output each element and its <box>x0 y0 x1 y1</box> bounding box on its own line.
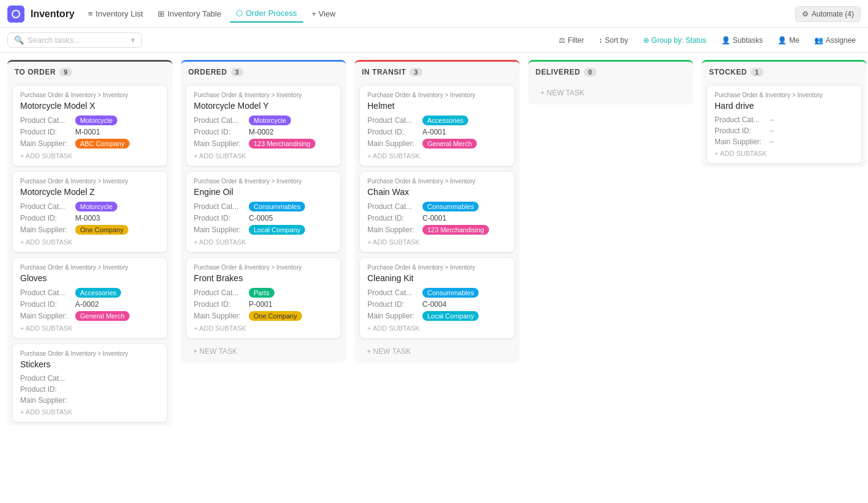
supplier-badge: Local Company <box>249 225 305 235</box>
app-logo <box>7 6 24 23</box>
column-body-stocked: Purchase Order & Inventory > Inventory H… <box>702 81 867 167</box>
automate-icon: ⚙ <box>802 10 809 18</box>
card-title: Front Brakes <box>194 273 333 283</box>
product-id-label: Product ID: <box>20 214 75 222</box>
search-box[interactable]: 🔍 Search tasks... ▾ <box>7 32 142 48</box>
task-card[interactable]: Purchase Order & Inventory > Inventory M… <box>12 85 167 166</box>
card-field-supplier: Main Supplier: Local Company <box>367 311 507 321</box>
tab-inventory-table[interactable]: ⊞ Inventory Table <box>152 6 227 22</box>
new-task-button[interactable]: + NEW TASK <box>359 343 515 359</box>
add-subtask-button[interactable]: + ADD SUBTASK <box>194 325 333 332</box>
product-id-label: Product ID: <box>367 128 422 136</box>
app-title: Inventory <box>31 9 75 20</box>
card-field-product-id: Product ID: – <box>715 127 854 135</box>
toolbar: 🔍 Search tasks... ▾ ⚖ Filter ↕ Sort by ⊕… <box>0 28 868 53</box>
assignee-button[interactable]: 👥 Assignee <box>809 34 861 47</box>
subtasks-button[interactable]: 👤 Subtasks <box>716 34 768 47</box>
card-field-supplier: Main Supplier: General Merch <box>20 311 160 321</box>
card-field-category: Product Cat... <box>20 374 160 383</box>
add-subtask-button[interactable]: + ADD SUBTASK <box>20 325 160 332</box>
card-title: Motorcycle Model X <box>20 101 160 111</box>
card-breadcrumb: Purchase Order & Inventory > Inventory <box>367 178 507 185</box>
supplier-label: Main Supplier: <box>20 226 75 234</box>
product-id-value: M-0001 <box>75 128 100 136</box>
supplier-badge: One Company <box>75 225 128 235</box>
sort-button[interactable]: ↕ Sort by <box>594 34 633 47</box>
product-id-value: A-0002 <box>75 300 99 309</box>
column-header-stocked: STOCKED1 <box>702 60 867 81</box>
card-field-category: Product Cat... Consummables <box>367 202 507 211</box>
card-field-supplier: Main Supplier: 123 Merchandising <box>367 225 507 235</box>
product-id-label: Product ID: <box>20 128 75 136</box>
process-icon: ⬡ <box>236 9 243 18</box>
task-card[interactable]: Purchase Order & Inventory > Inventory G… <box>12 257 167 339</box>
add-subtask-button[interactable]: + ADD SUBTASK <box>20 152 160 160</box>
filter-icon: ⚖ <box>559 36 565 45</box>
card-field-category: Product Cat... Motorcycle <box>20 202 160 211</box>
me-button[interactable]: 👤 Me <box>773 34 804 47</box>
column-count: 9 <box>59 68 72 76</box>
card-field-category: Product Cat... Accessories <box>20 288 160 298</box>
add-subtask-button[interactable]: + ADD SUBTASK <box>367 325 507 332</box>
column-body-delivered: + NEW TASK <box>528 81 693 105</box>
task-card[interactable]: Purchase Order & Inventory > Inventory C… <box>359 257 515 339</box>
tab-inventory-list[interactable]: ≡ Inventory List <box>82 6 149 22</box>
card-field-product-id: Product ID: M-0001 <box>20 128 160 136</box>
add-subtask-button[interactable]: + ADD SUBTASK <box>194 152 333 160</box>
supplier-label: Main Supplier: <box>715 138 770 146</box>
category-badge: Accessories <box>422 116 468 125</box>
task-card[interactable]: Purchase Order & Inventory > Inventory M… <box>186 85 341 166</box>
column-title: STOCKED <box>709 68 747 76</box>
task-card[interactable]: Purchase Order & Inventory > Inventory E… <box>186 171 341 252</box>
category-label: Product Cat... <box>715 116 770 124</box>
card-field-supplier: Main Supplier: 123 Merchandising <box>194 139 333 149</box>
card-field-category: Product Cat... Parts <box>194 288 333 298</box>
filter-button[interactable]: ⚖ Filter <box>554 34 589 47</box>
card-title: Cleaning Kit <box>367 273 507 283</box>
me-icon: 👤 <box>778 36 787 45</box>
product-id-label: Product ID: <box>194 300 249 309</box>
card-field-product-id: Product ID: M-0002 <box>194 128 333 136</box>
task-card[interactable]: Purchase Order & Inventory > Inventory F… <box>186 257 341 339</box>
task-card[interactable]: Purchase Order & Inventory > Inventory H… <box>707 85 862 164</box>
supplier-badge: General Merch <box>75 311 130 321</box>
search-dropdown-icon[interactable]: ▾ <box>131 35 135 45</box>
column-header-delivered: DELIVERED0 <box>528 60 693 81</box>
card-field-product-id: Product ID: A-0001 <box>367 128 507 136</box>
top-nav: Inventory ≡ Inventory List ⊞ Inventory T… <box>0 0 868 28</box>
add-subtask-button[interactable]: + ADD SUBTASK <box>194 238 333 246</box>
task-card[interactable]: Purchase Order & Inventory > Inventory M… <box>12 171 167 252</box>
add-subtask-button[interactable]: + ADD SUBTASK <box>715 150 854 157</box>
card-field-category: Product Cat... Consummables <box>367 288 507 298</box>
card-field-category: Product Cat... – <box>715 116 854 124</box>
product-id-label: Product ID: <box>367 300 422 309</box>
add-subtask-button[interactable]: + ADD SUBTASK <box>20 408 160 416</box>
supplier-badge: One Company <box>249 311 302 321</box>
column-count: 3 <box>231 68 244 76</box>
supplier-badge: General Merch <box>422 139 477 149</box>
automate-button[interactable]: ⚙ Automate (4) <box>795 6 861 22</box>
group-button[interactable]: ⊕ Group by: Status <box>638 34 712 47</box>
card-title: Motorcycle Model Y <box>194 101 333 111</box>
task-card[interactable]: Purchase Order & Inventory > Inventory C… <box>359 171 515 252</box>
new-task-button[interactable]: + NEW TASK <box>533 85 688 101</box>
card-title: Motorcycle Model Z <box>20 187 160 197</box>
add-subtask-button[interactable]: + ADD SUBTASK <box>367 238 507 246</box>
product-id-value: C-0001 <box>422 214 446 222</box>
card-breadcrumb: Purchase Order & Inventory > Inventory <box>715 92 854 98</box>
tab-view[interactable]: + View <box>306 6 342 22</box>
kanban-board: TO ORDER9 Purchase Order & Inventory > I… <box>0 53 868 503</box>
column-count: 0 <box>584 68 597 76</box>
task-card[interactable]: Purchase Order & Inventory > Inventory S… <box>12 343 167 422</box>
tab-order-process[interactable]: ⬡ Order Process <box>230 5 303 23</box>
product-id-label: Product ID: <box>20 300 75 309</box>
add-subtask-button[interactable]: + ADD SUBTASK <box>367 152 507 160</box>
product-id-value: P-0001 <box>249 300 273 309</box>
category-label: Product Cat... <box>194 288 249 297</box>
category-label: Product Cat... <box>20 202 75 211</box>
card-breadcrumb: Purchase Order & Inventory > Inventory <box>194 178 333 185</box>
add-subtask-button[interactable]: + ADD SUBTASK <box>20 238 160 246</box>
column-title: TO ORDER <box>15 68 56 76</box>
new-task-button[interactable]: + NEW TASK <box>186 343 341 359</box>
task-card[interactable]: Purchase Order & Inventory > Inventory H… <box>359 85 515 166</box>
